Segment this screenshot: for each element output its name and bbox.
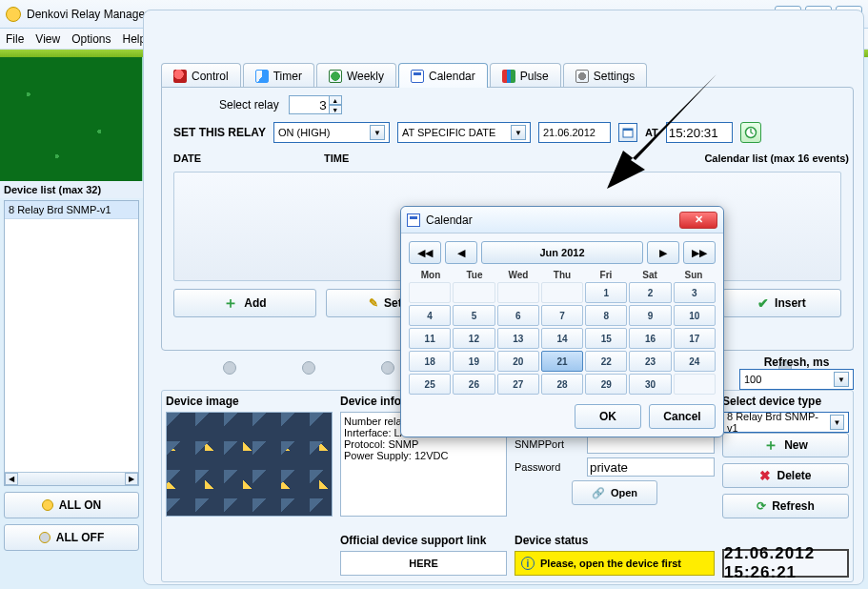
device-list-item[interactable]: 8 Relay Brd SNMP-v1 (5, 201, 138, 219)
menu-file[interactable]: File (6, 32, 24, 46)
bulb-off-icon (39, 532, 50, 543)
modal-title: Calendar (426, 213, 679, 227)
day-cell[interactable]: 20 (497, 351, 539, 372)
day-cell[interactable]: 4 (409, 305, 451, 326)
trigger-mode-select[interactable]: AT SPECIFIC DATE▼ (397, 122, 531, 143)
calendar-picker-icon (622, 127, 634, 138)
modal-close-button[interactable]: ✕ (679, 212, 717, 229)
day-cell[interactable]: 9 (629, 305, 671, 326)
pencil-icon: ✎ (369, 296, 378, 310)
refresh-select[interactable]: 100▼ (739, 369, 854, 390)
day-cell[interactable]: 12 (453, 328, 495, 349)
day-cell[interactable]: 10 (674, 305, 716, 326)
tab-control[interactable]: Control (161, 63, 241, 88)
day-cell[interactable]: 29 (585, 374, 627, 395)
dow-label: Tue (453, 270, 496, 280)
all-off-button[interactable]: ALL OFF (4, 524, 139, 551)
support-link-button[interactable]: HERE (340, 551, 507, 576)
password-input[interactable] (587, 457, 715, 477)
status-message: Please, open the device first (540, 558, 681, 569)
select-relay-input[interactable] (289, 95, 329, 114)
calendar-icon (411, 70, 424, 83)
chevron-down-icon: ▼ (834, 372, 849, 387)
device-type-select[interactable]: 8 Relay Brd SNMP-v1▼ (722, 412, 849, 433)
day-cell[interactable]: 3 (674, 282, 716, 303)
time-input[interactable] (666, 122, 733, 143)
check-icon: ✔ (757, 295, 769, 311)
all-on-label: ALL ON (59, 498, 101, 512)
timer-icon (255, 70, 269, 83)
tab-pulse[interactable]: Pulse (490, 63, 561, 88)
relay-state-select[interactable]: ON (HIGH)▼ (273, 122, 390, 143)
day-cell[interactable]: 26 (453, 374, 495, 395)
refresh-icon: ⟳ (757, 499, 766, 513)
joystick-icon (173, 70, 187, 83)
device-type-label: Select device type (722, 395, 849, 408)
menu-options[interactable]: Options (71, 32, 111, 46)
day-cell[interactable]: 30 (629, 374, 671, 395)
day-cell[interactable]: 8 (585, 305, 627, 326)
cal-prev-button[interactable]: ◀ (445, 241, 477, 264)
support-link-label: Official device support link (340, 534, 507, 547)
tab-calendar[interactable]: Calendar (398, 63, 488, 88)
day-cell[interactable]: 14 (541, 328, 583, 349)
day-cell[interactable]: 2 (629, 282, 671, 303)
refresh-button[interactable]: ⟳Refresh (722, 494, 849, 518)
day-empty (674, 374, 716, 395)
cal-next-button[interactable]: ▶ (647, 241, 679, 264)
spin-up-icon[interactable]: ▲ (329, 95, 342, 105)
day-cell[interactable]: 15 (585, 328, 627, 349)
scroll-left-icon[interactable]: ◀ (5, 473, 18, 485)
new-button[interactable]: ＋New (722, 433, 849, 457)
device-list[interactable]: 8 Relay Brd SNMP-v1 ◀ ▶ (4, 200, 139, 486)
x-icon: ✖ (759, 468, 771, 483)
clock-icon (744, 126, 757, 139)
day-cell[interactable]: 24 (674, 351, 716, 372)
day-cell[interactable]: 28 (541, 374, 583, 395)
day-empty (453, 282, 495, 303)
cal-first-button[interactable]: ◀◀ (409, 241, 441, 264)
day-cell[interactable]: 1 (585, 282, 627, 303)
set-now-button[interactable] (740, 122, 761, 143)
day-cell[interactable]: 21 (541, 351, 583, 372)
day-cell[interactable]: 27 (497, 374, 539, 395)
day-cell[interactable]: 6 (497, 305, 539, 326)
spin-down-icon[interactable]: ▼ (329, 105, 342, 114)
modal-ok-button[interactable]: OK (575, 404, 641, 429)
open-button[interactable]: 🔗Open (572, 480, 657, 505)
chevron-down-icon: ▼ (830, 415, 844, 430)
cal-month-label[interactable]: Jun 2012 (481, 241, 643, 264)
menu-view[interactable]: View (35, 32, 60, 46)
day-cell[interactable]: 7 (541, 305, 583, 326)
day-empty (409, 282, 451, 303)
day-cell[interactable]: 23 (629, 351, 671, 372)
day-cell[interactable]: 11 (409, 328, 451, 349)
date-input[interactable]: 21.06.2012 (538, 122, 611, 143)
delete-button[interactable]: ✖Delete (722, 463, 849, 488)
all-on-button[interactable]: ALL ON (4, 492, 139, 518)
modal-cancel-button[interactable]: Cancel (649, 404, 716, 429)
device-status-box: i Please, open the device first (515, 551, 715, 576)
scroll-right-icon[interactable]: ▶ (125, 473, 138, 485)
day-cell[interactable]: 13 (497, 328, 539, 349)
insert-button[interactable]: ✔Insert (722, 289, 841, 317)
open-calendar-button[interactable] (618, 123, 637, 142)
day-cell[interactable]: 22 (585, 351, 627, 372)
cal-last-button[interactable]: ▶▶ (683, 241, 716, 264)
day-cell[interactable]: 5 (453, 305, 495, 326)
tab-timer[interactable]: Timer (243, 63, 314, 88)
tab-weekly[interactable]: Weekly (316, 63, 396, 88)
plus-icon: ＋ (223, 294, 238, 314)
day-cell[interactable]: 17 (674, 328, 716, 349)
device-image (166, 412, 333, 517)
dow-label: Sun (672, 270, 716, 280)
add-button[interactable]: ＋Add (173, 289, 316, 317)
day-cell[interactable]: 19 (453, 351, 495, 372)
system-clock: 21.06.2012 15:26:21 (722, 549, 849, 578)
day-cell[interactable]: 25 (409, 374, 451, 395)
tab-settings[interactable]: Settings (563, 63, 647, 88)
day-cell[interactable]: 18 (409, 351, 451, 372)
day-cell[interactable]: 16 (629, 328, 671, 349)
port-input[interactable] (587, 435, 715, 454)
device-list-scrollbar[interactable]: ◀ ▶ (5, 472, 138, 485)
